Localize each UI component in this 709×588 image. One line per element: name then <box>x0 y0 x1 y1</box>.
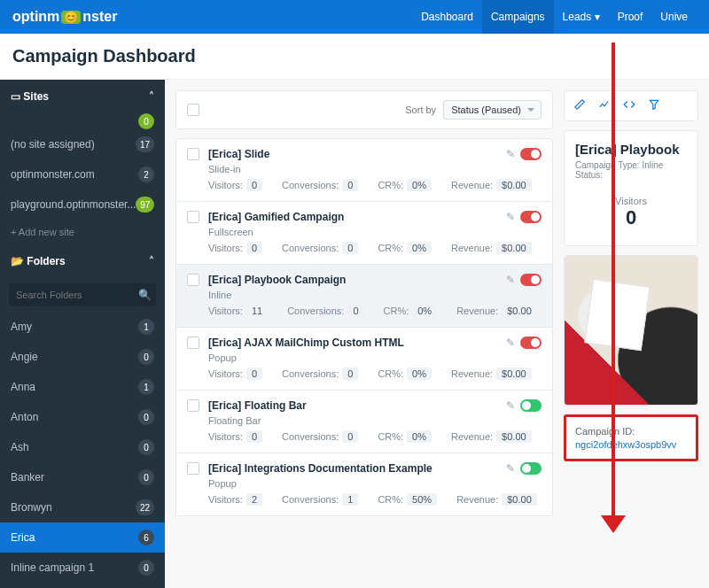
campaign-stats: Visitors:2Conversions:1CR%:50%Revenue:$0… <box>208 494 541 505</box>
count-badge: 0 <box>138 439 154 455</box>
filter-icon[interactable] <box>648 98 660 113</box>
count-badge: 0 <box>138 409 154 425</box>
add-site-button[interactable]: + Add new site <box>0 220 165 244</box>
campaign-card[interactable]: [Erica] Gamified Campaign✎FullscreenVisi… <box>175 202 553 265</box>
detail-toolbar <box>564 90 698 121</box>
sidebar-site[interactable]: (no site assigned)17 <box>0 129 165 159</box>
folder-label: Anton <box>11 411 38 423</box>
annotation-arrowhead <box>601 515 626 545</box>
count-badge: 6 <box>138 530 154 545</box>
page-header: Campaign Dashboard <box>0 34 709 80</box>
campaign-title: [Erica] Gamified Campaign <box>208 211 344 223</box>
campaign-card[interactable]: [Erica] Integrations Documentation Examp… <box>175 453 553 516</box>
campaign-type: Inline <box>208 290 541 300</box>
edit-icon[interactable]: ✎ <box>506 337 515 349</box>
campaign-checkbox[interactable] <box>187 148 199 160</box>
campaign-type: Fullscreen <box>208 227 541 237</box>
sites-header[interactable]: ▭ Sites ˄ <box>0 80 165 113</box>
status-toggle[interactable] <box>520 462 541 475</box>
logo: optinm😊nster <box>12 9 117 25</box>
sites-icon: ▭ <box>11 90 20 103</box>
campaign-checkbox[interactable] <box>187 462 199 475</box>
nav-unive[interactable]: Unive <box>651 0 697 34</box>
edit-icon[interactable]: ✎ <box>506 399 515 412</box>
campaign-type: Popup <box>208 352 541 363</box>
campaign-card[interactable]: [Erica] Slide✎Slide-inVisitors:0Conversi… <box>175 138 553 202</box>
edit-icon[interactable]: ✎ <box>506 211 515 223</box>
sidebar-folder[interactable]: Angie0 <box>0 342 165 372</box>
sidebar-folder[interactable]: Ash0 <box>0 432 165 462</box>
analytics-icon[interactable] <box>598 98 611 113</box>
edit-icon[interactable] <box>573 98 586 113</box>
campaign-card[interactable]: [Erica] Playbook Campaign✎InlineVisitors… <box>175 265 553 328</box>
folder-label: Anna <box>11 381 35 393</box>
campaign-type: Slide-in <box>208 164 541 174</box>
campaign-id-box: Campaign ID: ngci2ofdehxw3ospb9vv <box>564 414 698 461</box>
status-toggle[interactable] <box>520 399 541 412</box>
site-label: optinmonster.com <box>11 168 95 181</box>
campaign-list: Sort by Status (Paused) [Erica] Slide✎Sl… <box>175 90 553 577</box>
search-icon: 🔍 <box>138 289 152 301</box>
nav-proof[interactable]: Proof <box>609 0 652 34</box>
detail-title: [Erica] Playbook <box>575 142 687 157</box>
page-title: Campaign Dashboard <box>12 46 697 66</box>
sites-total-badge: 0 <box>138 113 154 129</box>
folder-open-icon: 📂 <box>11 255 24 267</box>
folder-label: Bronwyn <box>11 501 52 514</box>
status-toggle[interactable] <box>520 211 541 223</box>
sort-label: Sort by <box>405 104 436 115</box>
sidebar-folder[interactable]: Erica6 <box>0 522 165 553</box>
edit-icon[interactable]: ✎ <box>506 274 515 286</box>
sidebar-folder[interactable]: Banker0 <box>0 462 165 492</box>
campaign-card[interactable]: [Erica] Floating Bar✎Floating BarVisitor… <box>175 391 553 453</box>
campaign-title: [Erica] Slide <box>208 148 269 160</box>
folder-label: Banker <box>11 471 44 484</box>
sidebar-site[interactable]: playground.optinmonster...97 <box>0 190 165 220</box>
campaign-checkbox[interactable] <box>187 274 199 286</box>
sidebar-folder[interactable]: Bronwyn22 <box>0 492 165 522</box>
count-badge: 0 <box>138 560 154 576</box>
sidebar-folder[interactable]: Anna1 <box>0 372 165 402</box>
campaign-checkbox[interactable] <box>187 399 199 412</box>
campaign-checkbox[interactable] <box>187 211 199 223</box>
folder-search[interactable]: 🔍 <box>9 283 156 306</box>
count-badge: 2 <box>138 166 154 182</box>
nav-campaigns[interactable]: Campaigns <box>482 0 554 34</box>
top-nav: Dashboard Campaigns Leads ▾ Proof Unive <box>412 0 697 34</box>
chevron-down-icon: ▾ <box>595 11 600 23</box>
topbar: optinm😊nster Dashboard Campaigns Leads ▾… <box>0 0 709 34</box>
folder-label: Inline campaign 1 <box>11 561 94 574</box>
status-toggle[interactable] <box>520 274 541 286</box>
sort-select[interactable]: Status (Paused) <box>443 100 541 120</box>
campaign-type: Floating Bar <box>208 415 541 426</box>
edit-icon[interactable]: ✎ <box>506 148 515 160</box>
sidebar: ▭ Sites ˄ 0 (no site assigned)17optinmon… <box>0 80 165 588</box>
select-all-checkbox[interactable] <box>187 104 199 116</box>
folder-label: Erica <box>11 531 35 544</box>
campaign-card[interactable]: [Erica] AJAX MailChimp Custom HTML✎Popup… <box>175 328 553 391</box>
folders-header[interactable]: 📂 Folders ˄ <box>0 244 165 278</box>
folder-search-input[interactable] <box>16 290 138 300</box>
code-icon[interactable] <box>623 98 635 113</box>
status-toggle[interactable] <box>520 337 541 349</box>
annotation-arrow <box>612 43 615 521</box>
campaign-stats: Visitors:0Conversions:0CR%:0%Revenue:$0.… <box>208 243 541 253</box>
detail-column: [Erica] Playbook Campaign Type: Inline S… <box>564 90 698 577</box>
site-label: (no site assigned) <box>11 138 95 151</box>
sidebar-folder[interactable]: Anton0 <box>0 402 165 432</box>
campaign-id-label: Campaign ID: <box>575 426 687 437</box>
sidebar-folder[interactable]: Amy1 <box>0 312 165 342</box>
count-badge: 0 <box>138 349 154 365</box>
count-badge: 1 <box>138 379 154 395</box>
status-toggle[interactable] <box>520 148 541 160</box>
edit-icon[interactable]: ✎ <box>506 462 515 475</box>
count-badge: 22 <box>136 499 154 515</box>
sidebar-site[interactable]: optinmonster.com2 <box>0 159 165 190</box>
campaign-type: Popup <box>208 478 541 489</box>
sort-bar: Sort by Status (Paused) <box>175 90 553 129</box>
nav-leads[interactable]: Leads ▾ <box>554 0 609 34</box>
campaign-id-value[interactable]: ngci2ofdehxw3ospb9vv <box>575 439 687 450</box>
campaign-checkbox[interactable] <box>187 337 199 349</box>
nav-dashboard[interactable]: Dashboard <box>412 0 482 34</box>
sidebar-folder[interactable]: Inline campaign 10 <box>0 553 165 583</box>
